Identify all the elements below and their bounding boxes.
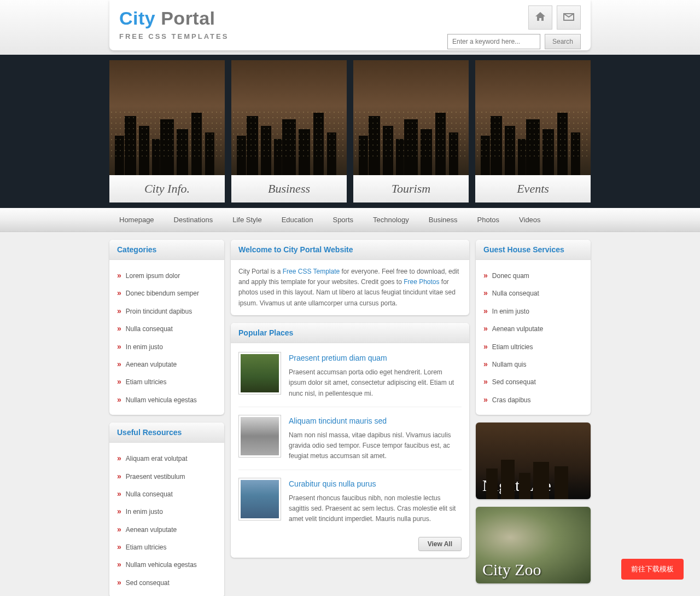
download-template-button[interactable]: 前往下载模板 (621, 559, 684, 580)
list-item[interactable]: Nulla consequat (117, 485, 217, 502)
nav-lifestyle[interactable]: Life Style (223, 208, 271, 232)
link-free-css[interactable]: Free CSS Template (283, 268, 340, 275)
list-item[interactable]: In enim justo (483, 302, 583, 320)
header: City Portal FREE CSS TEMPLATES Search (109, 0, 591, 50)
place-text: Praesent accumsan porta odio eget hendre… (289, 367, 462, 399)
place-item: Aliquam tincidunt mauris sed Nam non nis… (238, 407, 462, 470)
place-thumb[interactable] (238, 478, 281, 520)
list-item[interactable]: Etiam ultricies (117, 538, 217, 556)
place-thumb[interactable] (238, 415, 281, 458)
search-button[interactable]: Search (545, 34, 581, 49)
panel-categories: Categories Lorem ipsum dolor Donec biben… (109, 240, 224, 415)
list-item[interactable]: Aliquam erat volutpat (117, 449, 217, 467)
mail-icon (562, 10, 575, 25)
hero-image (109, 60, 225, 175)
nav-business[interactable]: Business (419, 208, 468, 232)
place-item: Curabitur quis nulla purus Praesent rhon… (238, 470, 462, 533)
list-item[interactable]: Cras dapibus (483, 391, 583, 408)
place-item: Praesent pretium diam quam Praesent accu… (238, 350, 462, 407)
list-item[interactable]: Nullam vehicula egestas (117, 556, 217, 573)
promo-night-life[interactable]: Night Life (476, 423, 591, 499)
list-item[interactable]: Donec bibendum semper (117, 284, 217, 302)
panel-title: Guest House Services (476, 240, 591, 260)
panel-title: Categories (109, 240, 224, 260)
logo-part1: City (119, 8, 155, 28)
list-item[interactable]: Nullam quis (483, 355, 583, 373)
place-text: Nam non nisl massa, vitae dapibus nisl. … (289, 430, 462, 462)
panel-popular-places: Popular Places Praesent pretium diam qua… (231, 323, 469, 558)
hero-card-events[interactable]: Events (475, 60, 591, 202)
list-item[interactable]: Lorem ipsum dolor (117, 267, 217, 284)
logo-part2: Portal (155, 8, 215, 28)
list-item[interactable]: Aenean vulputate (117, 520, 217, 538)
left-sidebar: Categories Lorem ipsum dolor Donec biben… (109, 240, 224, 596)
panel-title: Welcome to City Portal Website (231, 240, 469, 260)
place-thumb[interactable] (238, 352, 281, 395)
search-input[interactable] (447, 34, 540, 49)
nav-photos[interactable]: Photos (468, 208, 509, 232)
nav-destinations[interactable]: Destinations (164, 208, 223, 232)
nav-sports[interactable]: Sports (323, 208, 363, 232)
list-item[interactable]: Nullam vehicula egestas (117, 391, 217, 408)
hero-card-tourism[interactable]: Tourism (353, 60, 469, 202)
hero-label: City Info. (109, 175, 225, 202)
list-item[interactable]: Nulla consequat (117, 320, 217, 337)
home-icon (534, 10, 547, 25)
nav-homepage[interactable]: Homepage (109, 208, 164, 232)
place-title[interactable]: Praesent pretium diam quam (289, 352, 462, 364)
nav-videos[interactable]: Videos (509, 208, 551, 232)
panel-resources: Useful Resources Aliquam erat volutpat P… (109, 423, 224, 596)
place-text: Praesent rhoncus faucibus nibh, non mole… (289, 493, 462, 525)
hero-image (353, 60, 469, 175)
list-item[interactable]: Nulla consequat (483, 284, 583, 302)
list-item[interactable]: Aenean vulputate (117, 355, 217, 373)
place-title[interactable]: Curabitur quis nulla purus (289, 478, 462, 490)
list-item[interactable]: Etiam ultricies (117, 373, 217, 390)
list-item[interactable]: Aenean vulputate (483, 320, 583, 337)
hero-image (475, 60, 591, 175)
list-item[interactable]: In enim justo (117, 502, 217, 520)
list-item[interactable]: Proin tincidunt dapibus (117, 302, 217, 320)
hero-card-cityinfo[interactable]: City Info. (109, 60, 225, 202)
main-nav: Homepage Destinations Life Style Educati… (0, 208, 700, 232)
right-sidebar: Guest House Services Donec quam Nulla co… (476, 240, 591, 596)
nav-education[interactable]: Education (272, 208, 323, 232)
hero-label: Events (475, 175, 591, 202)
welcome-text: City Portal is a Free CSS Template for e… (231, 260, 469, 315)
main-column: Welcome to City Portal Website City Port… (231, 240, 469, 596)
panel-title: Popular Places (231, 323, 469, 343)
list-item[interactable]: In enim justo (117, 338, 217, 355)
panel-title: Useful Resources (109, 423, 224, 443)
nav-technology[interactable]: Technology (363, 208, 419, 232)
list-item[interactable]: Praesent vestibulum (117, 467, 217, 485)
list-item[interactable]: Sed consequat (483, 373, 583, 390)
promo-label: City Zoo (482, 560, 541, 579)
place-title[interactable]: Aliquam tincidunt mauris sed (289, 415, 462, 427)
link-free-photos[interactable]: Free Photos (404, 278, 439, 286)
hero-card-business[interactable]: Business (231, 60, 347, 202)
home-button[interactable] (528, 5, 552, 30)
contact-button[interactable] (557, 5, 581, 30)
hero-banner: City Info. Business Tourism Events (0, 55, 700, 208)
panel-welcome: Welcome to City Portal Website City Port… (231, 240, 469, 315)
promo-city-zoo[interactable]: City Zoo (476, 507, 591, 583)
list-item[interactable]: Etiam ultricies (483, 338, 583, 355)
list-item[interactable]: Donec quam (483, 267, 583, 284)
hero-label: Tourism (353, 175, 469, 202)
hero-image (231, 60, 347, 175)
panel-guest-house: Guest House Services Donec quam Nulla co… (476, 240, 591, 415)
site-logo[interactable]: City Portal (119, 8, 581, 29)
view-all-button[interactable]: View All (418, 537, 462, 551)
hero-label: Business (231, 175, 347, 202)
promo-label: Night Life (482, 476, 551, 495)
list-item[interactable]: Sed consequat (117, 574, 217, 591)
